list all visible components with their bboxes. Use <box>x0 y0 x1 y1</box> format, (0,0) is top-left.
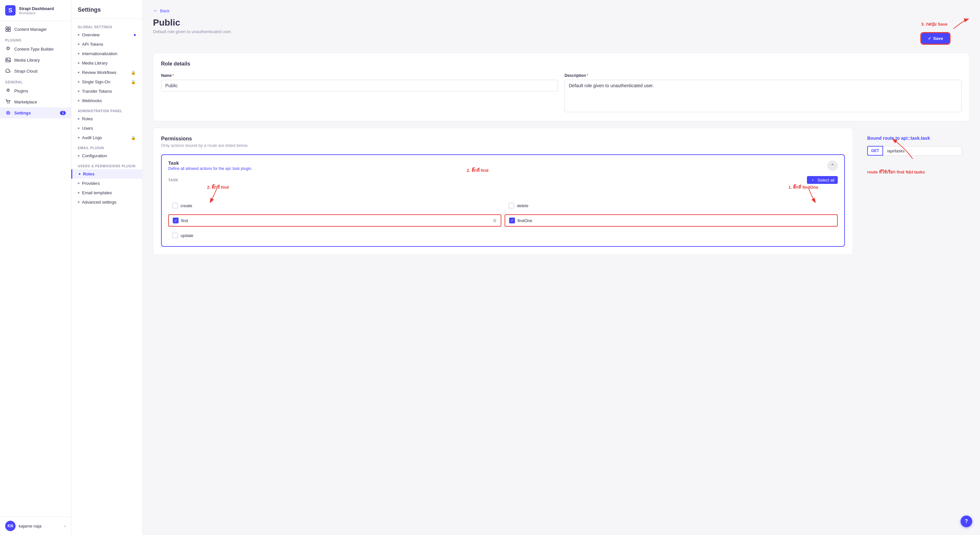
settings-nav-media-library[interactable]: Media Library <box>71 58 142 68</box>
back-link[interactable]: ← Back <box>153 8 970 14</box>
svg-rect-2 <box>6 30 8 32</box>
plugins-section-label: PLUGINS <box>0 35 71 43</box>
save-button[interactable]: ✓ Save <box>921 33 950 44</box>
users-permissions-label: USERS & PERMISSIONS PLUGIN <box>71 161 142 169</box>
general-section-label: GENERAL <box>0 76 71 85</box>
settings-nav-users[interactable]: Users <box>71 124 142 133</box>
settings-nav-webhooks[interactable]: Webhooks <box>71 96 142 105</box>
findone-label: findOne <box>517 218 833 223</box>
sidebar-item-marketplace[interactable]: Marketplace <box>0 96 71 107</box>
back-link-label: Back <box>160 8 170 13</box>
settings-nav-api-tokens[interactable]: API Tokens <box>71 40 142 49</box>
nav-dot <box>78 43 80 45</box>
settings-nav-configuration[interactable]: Configuration <box>71 151 142 161</box>
nav-dot <box>78 53 80 54</box>
nav-dot <box>78 100 80 102</box>
description-required: * <box>587 73 588 78</box>
cart-icon <box>5 99 11 105</box>
settings-nav-providers[interactable]: Providers <box>71 179 142 188</box>
permissions-main: Permissions Only actions bound by a rout… <box>153 128 853 255</box>
settings-nav-internationalization[interactable]: Internationalization <box>71 49 142 58</box>
checkbox-findone[interactable]: ✓ findOne <box>504 214 838 227</box>
permissions-subtitle: Only actions bound by a route are listed… <box>161 143 845 148</box>
find-label: find <box>181 218 490 223</box>
header-actions: 3. กดปุ่ม Save ✓ Save <box>921 18 970 44</box>
back-arrow-icon: ← <box>153 8 158 14</box>
settings-nav-single-sign-on[interactable]: Single Sign-On 🔒 <box>71 77 142 87</box>
settings-nav-transfer-tokens[interactable]: Transfer Tokens <box>71 87 142 96</box>
main-content: ← Back Public Default role given to unau… <box>143 0 980 535</box>
sidebar-item-media-library[interactable]: Media Library <box>0 54 71 65</box>
update-checkbox-icon <box>172 232 178 238</box>
create-checkbox-icon <box>172 203 178 209</box>
permissions-layout: Permissions Only actions bound by a rout… <box>153 128 970 255</box>
svg-point-7 <box>9 103 10 104</box>
name-input[interactable] <box>161 80 558 91</box>
settings-nav-review-workflows[interactable]: Review Workflows 🔒 <box>71 68 142 77</box>
photo-icon <box>5 57 11 63</box>
page-header: Public Default role given to unauthentic… <box>153 18 970 44</box>
svg-rect-1 <box>8 27 10 29</box>
findone-checkbox-icon: ✓ <box>509 218 515 223</box>
settings-nav-overview[interactable]: Overview <box>71 30 142 40</box>
sidebar-item-label: Media Library <box>14 58 40 62</box>
nav-dot <box>79 173 80 175</box>
role-details-card: Role details Name * Description * Defaul… <box>153 53 970 121</box>
sidebar-item-label: Plugins <box>14 89 28 93</box>
svg-rect-3 <box>8 30 10 32</box>
save-annotation-text: 3. กดปุ่ม Save <box>921 21 948 27</box>
sidebar-item-label: Strapi Cloud <box>14 69 38 73</box>
name-label: Name * <box>161 73 558 78</box>
find-gear-icon[interactable]: ⚙ <box>493 218 497 223</box>
email-plugin-label: EMAIL PLUGIN <box>71 142 142 151</box>
sidebar-item-strapi-cloud[interactable]: Strapi Cloud <box>0 65 71 76</box>
delete-label: delete <box>517 203 834 208</box>
settings-nav-roles-up[interactable]: Roles <box>71 169 142 179</box>
svg-point-6 <box>8 103 8 104</box>
lock-icon: 🔒 <box>131 80 136 84</box>
task-info: Task Define all allowed actions for the … <box>168 160 252 171</box>
sidebar-item-content-manager[interactable]: Content Manager <box>0 24 71 35</box>
nav-dot <box>78 137 80 139</box>
route-annotation-arrow <box>887 136 939 162</box>
page-title: Public <box>153 18 232 28</box>
settings-nav-email-templates[interactable]: Email templates <box>71 188 142 197</box>
task-permissions-row: TASK 2. ติ๊กที่ find ▪ Select all <box>168 176 838 184</box>
nav-dot <box>78 201 80 203</box>
help-button[interactable]: ? <box>961 516 972 527</box>
checkbox-update[interactable]: update <box>168 230 501 241</box>
save-annotation-container: 3. กดปุ่ม Save ✓ Save <box>921 18 970 44</box>
app-info: Strapi Dashboard Workplace <box>19 6 54 15</box>
sidebar-item-label: Content-Type Builder <box>14 47 54 51</box>
bound-route-panel: Bound route to api::task.task GET /api/t… <box>859 128 970 255</box>
save-annotation-arrow <box>950 18 970 30</box>
role-details-title: Role details <box>161 61 961 67</box>
checkbox-find[interactable]: ✓ find ⚙ <box>168 214 501 227</box>
sidebar-nav: Content Manager PLUGINS Content-Type Bui… <box>0 21 71 516</box>
sidebar-item-content-type-builder[interactable]: Content-Type Builder <box>0 43 71 54</box>
description-textarea[interactable]: Default role given to unauthenticated us… <box>565 80 961 112</box>
task-column-label: TASK <box>168 178 178 182</box>
checkbox-delete[interactable]: delete <box>504 200 838 211</box>
permissions-card: Permissions Only actions bound by a rout… <box>153 128 853 255</box>
app-name: Strapi Dashboard <box>19 6 54 11</box>
description-label: Description * <box>565 73 961 78</box>
settings-nav-roles[interactable]: Roles <box>71 114 142 124</box>
save-button-label: Save <box>933 36 943 41</box>
select-all-button[interactable]: ▪ Select all <box>807 176 838 184</box>
method-badge: GET <box>867 146 883 156</box>
find-annotation-floating: 2. ติ๊กที่ find <box>207 184 229 191</box>
plugins-icon <box>5 88 11 94</box>
task-collapse-button[interactable]: ⌃ <box>827 161 838 171</box>
sidebar-item-label: Settings <box>14 111 31 115</box>
collapse-sidebar-button[interactable]: ‹ <box>64 523 66 529</box>
sidebar-item-settings[interactable]: Settings 1 <box>0 107 71 118</box>
nav-dot <box>78 62 80 64</box>
sidebar-item-plugins[interactable]: Plugins <box>0 85 71 96</box>
settings-nav-advanced-settings[interactable]: Advanced settings <box>71 197 142 207</box>
settings-sidebar-title: Settings <box>71 6 142 19</box>
task-subtitle: Define all allowed actions for the api::… <box>168 166 252 171</box>
settings-nav-audit-logs[interactable]: Audit Logs 🔒 <box>71 133 142 142</box>
checkboxes-grid: create delete ✓ find <box>168 200 838 241</box>
nav-dot <box>78 118 80 119</box>
